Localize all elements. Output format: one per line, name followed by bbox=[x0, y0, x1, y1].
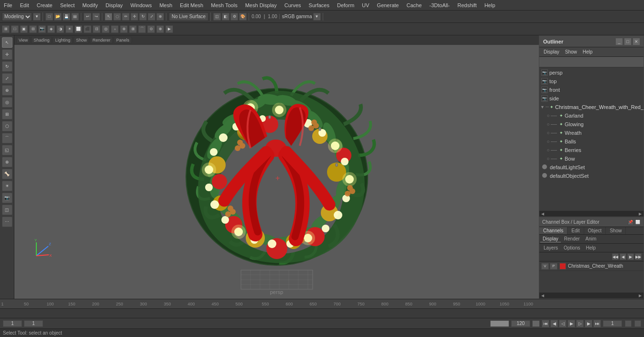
move-icon[interactable]: ✛ bbox=[131, 13, 138, 21]
playback-prev-btn[interactable]: ◁ bbox=[559, 320, 567, 327]
anim-icon[interactable]: ▶ bbox=[165, 25, 173, 33]
gamma-dropdown-icon[interactable]: ▼ bbox=[313, 13, 321, 21]
show-menu[interactable]: Show bbox=[74, 37, 89, 43]
playback-play-btn[interactable]: ▶ bbox=[568, 320, 575, 327]
soft-sel-btn[interactable]: ◎ bbox=[2, 97, 12, 108]
playback-next-btn[interactable]: ▷ bbox=[576, 320, 584, 327]
sub-tab-display[interactable]: Display bbox=[540, 236, 561, 242]
menu-item-file[interactable]: File bbox=[0, 1, 16, 9]
poly-btn[interactable]: ⬡ bbox=[2, 121, 12, 131]
outliner-item-front[interactable]: 📷 front bbox=[539, 86, 644, 94]
ch-back-icon[interactable]: ◀ bbox=[620, 253, 626, 260]
panels-menu[interactable]: Panels bbox=[114, 37, 132, 43]
smooth-icon[interactable]: ◎ bbox=[102, 25, 109, 33]
frame-range-toggle[interactable] bbox=[532, 320, 540, 327]
outliner-item-side[interactable]: 📷 side bbox=[539, 94, 644, 103]
open-file-icon[interactable]: 📂 bbox=[54, 13, 62, 21]
scroll-track[interactable] bbox=[545, 212, 638, 216]
redo-icon[interactable]: ↪ bbox=[92, 13, 100, 21]
menu-item-edit[interactable]: Edit bbox=[16, 1, 33, 9]
outliner-item-berries[interactable]: ○ ── ✦ Berries bbox=[539, 146, 644, 154]
outliner-hscrollbar[interactable]: ◀ ▶ bbox=[539, 211, 644, 217]
outliner-item-default-light-set[interactable]: defaultLightSet bbox=[539, 163, 644, 172]
menu-item-mesh-tools[interactable]: Mesh Tools bbox=[207, 1, 241, 9]
outliner-item-persp[interactable]: 📷 persp bbox=[539, 68, 644, 77]
snap-point-icon[interactable]: ⊙ bbox=[147, 25, 155, 33]
iso-icon[interactable]: ⊛ bbox=[120, 25, 128, 33]
sub-tab-render[interactable]: Render bbox=[562, 236, 582, 242]
layer-visibility-btn[interactable]: V bbox=[541, 263, 549, 270]
renderer-menu[interactable]: Renderer bbox=[90, 37, 113, 43]
scale-icon[interactable]: ⤢ bbox=[148, 13, 155, 21]
playback-last-btn[interactable]: ⏭ bbox=[593, 320, 601, 327]
outliner-item-garland[interactable]: ○ ── ✦ Garland bbox=[539, 111, 644, 120]
menu-item-generate[interactable]: Generate bbox=[373, 1, 403, 9]
move-tool-btn[interactable]: ✛ bbox=[2, 49, 12, 60]
outliner-maximize-btn[interactable]: □ bbox=[624, 38, 631, 45]
view-icon-2[interactable]: □ bbox=[11, 25, 19, 33]
menu-item-help[interactable]: Help bbox=[480, 1, 499, 9]
start-frame-input[interactable] bbox=[3, 320, 22, 327]
menu-item-select[interactable]: Select bbox=[56, 1, 79, 9]
channelbox-hscrollbar[interactable]: ◀ ▶ bbox=[539, 293, 644, 298]
new-file-icon[interactable]: □ bbox=[45, 13, 53, 21]
channel-float-icon[interactable]: ⬜ bbox=[635, 219, 641, 225]
shading-icon[interactable]: ◑ bbox=[56, 25, 64, 33]
surface-btn[interactable]: ◱ bbox=[2, 145, 12, 155]
tab-channels[interactable]: Channels bbox=[539, 227, 568, 234]
view-icon-4[interactable]: ⊟ bbox=[29, 25, 37, 33]
snap-btn[interactable]: ⊞ bbox=[2, 109, 12, 120]
range-indicator[interactable] bbox=[490, 320, 509, 327]
render-btn[interactable]: ◫ bbox=[2, 205, 12, 215]
camera-btn[interactable]: 📷 bbox=[2, 193, 12, 203]
texture-icon[interactable]: ⬜ bbox=[75, 25, 82, 33]
snap-grid-icon[interactable]: ⊞ bbox=[129, 25, 137, 33]
playback-options-btn[interactable] bbox=[625, 320, 632, 327]
menu-item-edit-mesh[interactable]: Edit Mesh bbox=[176, 1, 207, 9]
snap-curve-icon[interactable]: ⌒ bbox=[138, 25, 146, 33]
viewport[interactable]: View Shading Lighting Show Renderer Pane… bbox=[14, 35, 539, 299]
ch-fwd-icon[interactable]: ▶ bbox=[627, 253, 634, 260]
outliner-search-input[interactable] bbox=[539, 57, 644, 67]
select-icon[interactable]: ↖ bbox=[105, 13, 112, 21]
sub-tab-anim[interactable]: Anim bbox=[583, 236, 599, 242]
save-options-icon[interactable]: ▤ bbox=[71, 13, 79, 21]
display-color-icon[interactable]: 🎨 bbox=[239, 13, 247, 21]
outliner-display-menu[interactable]: Display bbox=[541, 49, 562, 55]
mode-dropdown-icon[interactable]: ▼ bbox=[33, 13, 41, 21]
no-live-surface-btn[interactable]: No Live Surface bbox=[169, 12, 208, 21]
outliner-show-menu[interactable]: Show bbox=[563, 49, 579, 55]
layers-menu[interactable]: Layers bbox=[541, 245, 560, 251]
camera-icon[interactable]: 📷 bbox=[38, 25, 46, 33]
outliner-item-top[interactable]: 📷 top bbox=[539, 77, 644, 86]
menu-item-display[interactable]: Display bbox=[102, 1, 127, 9]
select-tool-btn[interactable]: ↖ bbox=[2, 37, 12, 48]
rigging-btn[interactable]: 🦴 bbox=[2, 169, 12, 179]
ch-scroll-right-icon[interactable]: ▶ bbox=[638, 294, 643, 298]
rotate-tool-btn[interactable]: ↻ bbox=[2, 61, 12, 72]
layer-color-swatch[interactable] bbox=[559, 263, 566, 270]
menu-item-mesh-display[interactable]: Mesh Display bbox=[241, 1, 281, 9]
scale-tool-btn[interactable]: ⤢ bbox=[2, 73, 12, 84]
layer-pickable-btn[interactable]: P bbox=[550, 263, 557, 270]
current-frame-input[interactable] bbox=[24, 320, 43, 327]
save-file-icon[interactable]: 💾 bbox=[63, 13, 70, 21]
view-icon-3[interactable]: ▣ bbox=[20, 25, 28, 33]
playback-frame-input[interactable] bbox=[603, 320, 622, 327]
ch-scroll-left-icon[interactable]: ◀ bbox=[540, 294, 545, 298]
menu-item-surfaces[interactable]: Surfaces bbox=[305, 1, 333, 9]
xray-icon[interactable]: ⬦ bbox=[111, 25, 119, 33]
menu-item-create[interactable]: Create bbox=[33, 1, 56, 9]
timeline-track[interactable] bbox=[0, 309, 644, 318]
menu-item-deform[interactable]: Deform bbox=[333, 1, 358, 9]
view-icon-1[interactable]: ⊞ bbox=[2, 25, 10, 33]
outliner-help-menu[interactable]: Help bbox=[580, 49, 595, 55]
lighting-menu[interactable]: Lighting bbox=[53, 37, 73, 43]
shading-menu[interactable]: Shading bbox=[31, 37, 52, 43]
end-frame-input[interactable] bbox=[511, 320, 530, 327]
scroll-right-icon[interactable]: ▶ bbox=[638, 212, 643, 216]
playback-extra-btn[interactable] bbox=[634, 320, 641, 327]
outliner-item-main-group[interactable]: ▼ ─ ✦ Christmas_Cheer_Wreath_with_Red_ bbox=[539, 103, 644, 111]
rotate-icon[interactable]: ↻ bbox=[139, 13, 147, 21]
playback-step-back-btn[interactable]: ◀ bbox=[550, 320, 558, 327]
